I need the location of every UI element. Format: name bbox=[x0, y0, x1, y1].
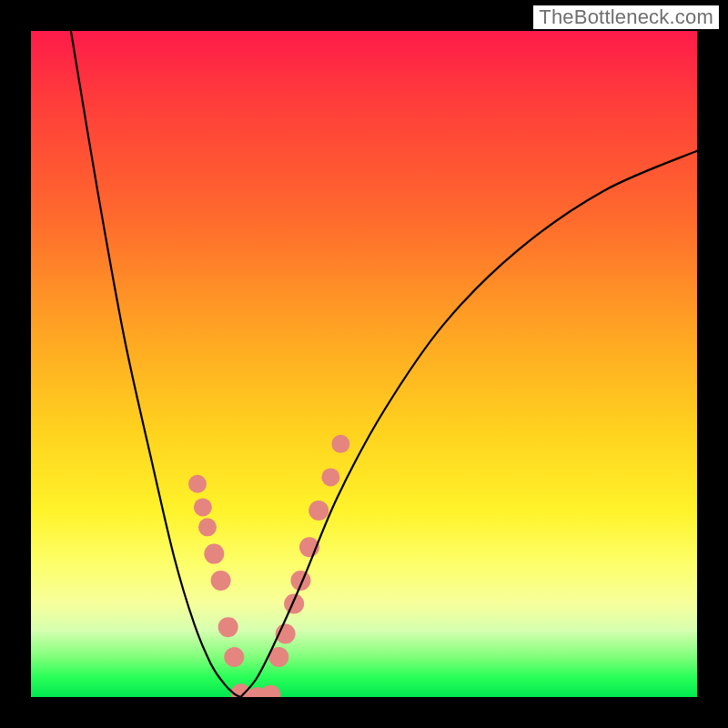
data-marker bbox=[224, 647, 244, 667]
chart-svg bbox=[31, 31, 697, 697]
series-left-curve bbox=[71, 31, 241, 697]
data-marker bbox=[331, 435, 349, 453]
data-marker bbox=[284, 594, 304, 614]
data-marker bbox=[321, 468, 339, 486]
chart-frame: TheBottleneck.com bbox=[0, 0, 728, 728]
data-marker bbox=[204, 544, 224, 564]
data-marker bbox=[211, 571, 231, 591]
data-marker bbox=[194, 498, 212, 516]
data-marker bbox=[188, 475, 207, 493]
data-marker bbox=[218, 617, 238, 637]
data-marker bbox=[290, 571, 310, 591]
curve-layer bbox=[71, 31, 697, 697]
watermark: TheBottleneck.com bbox=[533, 5, 719, 29]
plot-area bbox=[31, 31, 697, 697]
data-marker bbox=[198, 518, 217, 536]
data-marker bbox=[308, 500, 329, 521]
data-marker bbox=[261, 685, 281, 697]
series-right-curve bbox=[241, 151, 697, 697]
marker-layer bbox=[188, 435, 349, 697]
